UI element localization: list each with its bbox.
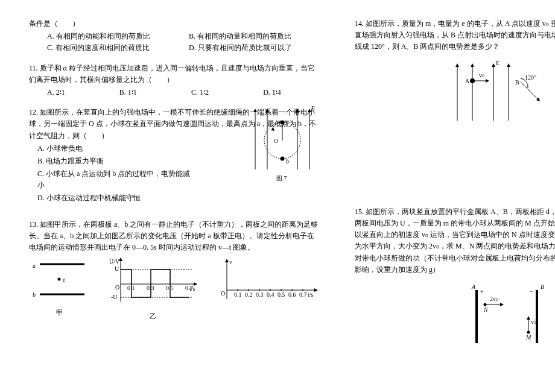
label-E: E xyxy=(496,60,500,66)
q11-optA: A. 2∶1 xyxy=(47,87,103,98)
label-a: a xyxy=(286,118,289,125)
q12: 12. 如图所示，在竖直向上的匀强电场中，一根不可伸长的绝缘细绳的一端系着一个带… xyxy=(29,107,319,204)
axis-U: U/V xyxy=(109,258,120,265)
label-B: B xyxy=(541,283,544,290)
fig-jia: e a b 甲 xyxy=(29,257,89,318)
label-O: O xyxy=(274,138,278,144)
xt1: 0.2 xyxy=(245,291,253,298)
t1: 0.1 xyxy=(127,285,135,291)
t5: 0.5 xyxy=(166,285,174,291)
xt5: 0.6 xyxy=(288,291,296,298)
label-2v0: 2v₀ xyxy=(490,296,498,302)
fig-vt: v O t/s 0.1 0.2 0.3 0.4 0.5 0.6 0.7 xyxy=(216,257,319,311)
t3: 0.3 xyxy=(147,285,154,291)
label-a: a xyxy=(33,262,36,269)
svg-point-6 xyxy=(281,157,285,161)
q11: 11. 质子和 α 粒子经过相同电压加速后，进入同一偏转电场，且速度与电场方向垂… xyxy=(29,63,319,99)
xt3: 0.4 xyxy=(267,291,274,298)
svg-rect-35 xyxy=(536,290,538,343)
q12-optB: B. 电场力跟重力平衡 xyxy=(37,156,194,167)
svg-rect-34 xyxy=(475,290,478,343)
label-N: N xyxy=(483,306,489,313)
cap-jia: 甲 xyxy=(29,308,89,318)
q15: 15. 如图所示，两块竖直放置的平行金属板 A、B，两板相距 d，两板间电压为 … xyxy=(355,206,555,356)
t7: 0.7 xyxy=(185,285,193,291)
q14-stem: 14. 如图所示，质量为 m，电量为 e 的电子，从 A 点以速度 v₀ 垂直场… xyxy=(355,18,555,53)
xt2: 0.3 xyxy=(256,291,264,298)
label-v0: v₀ xyxy=(479,72,484,78)
q15-stem: 15. 如图所示，两块竖直放置的平行金属板 A、B，两板相距 d，两板间电压为 … xyxy=(355,206,555,276)
xt4: 0.5 xyxy=(278,291,285,298)
label-E: E xyxy=(311,105,315,112)
q10-optC: C. 有相同的速度和相同的荷质比 xyxy=(47,42,177,54)
q11-options: A. 2∶1 B. 1∶1 C. 1∶2 D. 1∶4 xyxy=(29,87,319,98)
axis-O: O xyxy=(115,284,119,291)
val-U: U xyxy=(115,265,119,272)
label-e: e xyxy=(63,276,66,283)
q13: 13. 如图甲所示，在两极板 a、b 之间有一静止的电子（不计重力），两板之间的… xyxy=(29,219,319,322)
q13-stem: 13. 如图甲所示，在两极板 a、b 之间有一静止的电子（不计重力），两板之间的… xyxy=(29,219,319,254)
q10-options: A. 有相同的动能和相同的荷质比 B. 有相同的动量和相同的荷质比 C. 有相同… xyxy=(29,31,319,54)
val-mU: -U xyxy=(111,294,118,300)
label-120: 120° xyxy=(525,74,536,81)
q10-optD: D. 只要有相同的荷质比就可以了 xyxy=(189,42,319,54)
svg-point-5 xyxy=(281,121,285,125)
label-minus: − xyxy=(530,288,533,295)
fig-yi: U/V U -U O t/s 0.1 0.3 xyxy=(107,257,198,322)
axis-v: v xyxy=(229,259,232,265)
q12-options: A. 小球带负电 B. 电场力跟重力平衡 C. 小球在从 a 点运动到 b 点的… xyxy=(29,143,194,204)
label-B: B xyxy=(515,79,519,86)
label-M: M xyxy=(525,334,531,341)
svg-point-10 xyxy=(58,278,61,281)
fig7-caption: 图 7 xyxy=(276,175,287,182)
q12-figure: E a b O 图 7 xyxy=(246,103,319,185)
xt6: 0.7 xyxy=(299,291,307,298)
q11-optC: C. 1∶2 xyxy=(191,87,246,98)
q12-optC: C. 小球在从 a 点运动到 b 点的过程中，电势能减小 xyxy=(37,168,194,191)
q15-figure: A B + − 2v₀ N v₀ M xyxy=(463,280,555,356)
q14-figure: E A v₀ B 120° xyxy=(445,58,555,134)
label-A: A xyxy=(471,283,476,290)
label-A: A xyxy=(465,78,470,84)
label-plus: + xyxy=(480,288,484,295)
q10: 条件是（ ） A. 有相同的动能和相同的荷质比 B. 有相同的动量和相同的荷质比… xyxy=(29,18,319,54)
svg-line-33 xyxy=(521,82,539,100)
label-b: b xyxy=(286,158,289,165)
q10-optA: A. 有相同的动能和相同的荷质比 xyxy=(47,31,177,42)
label-v0: v₀ xyxy=(531,318,536,325)
label-b: b xyxy=(33,291,36,298)
q12-optA: A. 小球带负电 xyxy=(37,143,194,154)
q14: 14. 如图所示，质量为 m，电量为 e 的电子，从 A 点以速度 v₀ 垂直场… xyxy=(355,18,555,134)
q11-stem: 11. 质子和 α 粒子经过相同电压加速后，进入同一偏转电场，且速度与电场方向垂… xyxy=(29,63,319,86)
q10-optB: B. 有相同的动量和相同的荷质比 xyxy=(189,31,319,42)
q11-optD: D. 1∶4 xyxy=(263,87,319,98)
axis-ts2: t/s xyxy=(308,291,314,298)
cap-yi: 乙 xyxy=(107,311,198,322)
q10-stem: 条件是（ ） xyxy=(29,18,319,30)
q12-optD: D. 小球在运动过程中机械能守恒 xyxy=(37,192,194,204)
q11-optB: B. 1∶1 xyxy=(119,87,174,98)
xt0: 0.1 xyxy=(234,291,242,298)
axis-O2: O xyxy=(221,290,225,297)
